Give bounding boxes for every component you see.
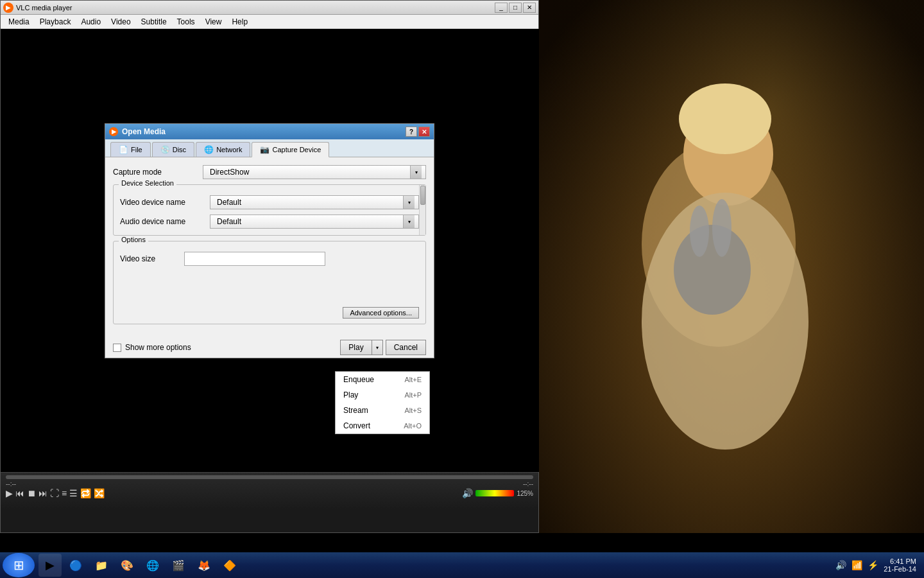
taskbar-media-player[interactable]: ▶ (38, 554, 62, 577)
audio-device-arrow[interactable]: ▾ (403, 215, 415, 228)
vlc-volume-icon[interactable]: 🔊 (462, 488, 473, 498)
dropdown-convert[interactable]: Convert Alt+O (336, 418, 429, 434)
tab-file-label: File (131, 146, 142, 153)
menu-playback[interactable]: Playback (35, 16, 76, 28)
dropdown-convert-label: Convert (343, 421, 370, 430)
disc-tab-icon: 💿 (160, 145, 170, 154)
play-dropdown-arrow[interactable]: ▾ (372, 340, 382, 355)
taskbar-chrome[interactable]: 🔵 (64, 554, 87, 577)
video-size-label: Video size (120, 254, 184, 263)
menu-media[interactable]: Media (3, 16, 35, 28)
scrollbar-thumb (420, 186, 425, 205)
cancel-btn[interactable]: Cancel (386, 340, 426, 355)
vlc-next-btn[interactable]: ⏭ (38, 488, 47, 498)
taskbar-firefox[interactable]: 🦊 (193, 554, 216, 577)
photo-background (539, 0, 924, 533)
options-content: Video size (114, 241, 425, 304)
dialog-action-buttons: Play ▾ Cancel (340, 340, 426, 355)
vlc-shuffle-btn[interactable]: 🔀 (94, 488, 105, 498)
vlc-menubar: Media Playback Audio Video Subtitle Tool… (1, 15, 538, 29)
capture-mode-label: Capture mode (113, 168, 203, 177)
show-more-options-label: Show more options (125, 343, 191, 352)
dropdown-enqueue-shortcut: Alt+E (404, 376, 422, 383)
dialog-window-controls: ? ✕ (406, 127, 430, 137)
vlc-volume-area: 🔊 125% (462, 488, 533, 498)
taskbar-folder-icon: 📁 (95, 559, 108, 572)
capture-mode-arrow[interactable]: ▾ (410, 166, 422, 179)
taskbar-network-icon[interactable]: 📶 (851, 560, 862, 570)
vlc-fullscreen-btn[interactable]: ⛶ (50, 488, 59, 498)
vlc-stop-btn[interactable]: ⏹ (27, 488, 36, 498)
video-size-input[interactable] (184, 252, 325, 266)
device-scrollbar[interactable] (419, 185, 425, 235)
vlc-prev-btn[interactable]: ⏮ (15, 488, 24, 498)
desktop: ▶ VLC media player _ □ ✕ Media Playback … (0, 0, 924, 578)
vlc-minimize-btn[interactable]: _ (495, 3, 508, 13)
taskbar-vlc-icon: ▶ (46, 558, 55, 572)
dialog-titlebar: ▶ Open Media ? ✕ (105, 124, 434, 139)
play-button-group: Play ▾ (340, 340, 382, 355)
dialog-vlc-icon: ▶ (109, 127, 118, 136)
menu-view[interactable]: View (200, 16, 227, 28)
audio-device-row: Audio device name Default ▾ (120, 215, 419, 229)
advanced-options-btn[interactable]: Advanced options... (343, 307, 419, 319)
device-selection-group: Device Selection Video device name Defau… (113, 184, 426, 236)
dropdown-enqueue[interactable]: Enqueue Alt+E (336, 372, 429, 387)
taskbar-paint[interactable]: 🎨 (116, 554, 139, 577)
vlc-title: VLC media player (16, 4, 495, 12)
taskbar-film[interactable]: 🎬 (167, 554, 190, 577)
video-size-row: Video size (120, 252, 419, 266)
vlc-seekbar[interactable] (6, 475, 533, 479)
taskbar-paint-icon: 🎨 (121, 559, 133, 572)
options-title: Options (119, 236, 148, 243)
vlc-time-elapsed: --:-- (6, 480, 16, 487)
capture-tab-icon: 📷 (260, 145, 270, 154)
menu-video[interactable]: Video (106, 16, 135, 28)
taskbar-clock[interactable]: 6:41 PM 21-Feb-14 (884, 557, 916, 573)
video-device-label: Video device name (120, 198, 210, 207)
taskbar-time: 6:41 PM (884, 557, 916, 565)
video-device-select[interactable]: Default ▾ (210, 195, 419, 209)
taskbar-vlc2-icon: 🔶 (223, 559, 236, 572)
dialog-close-btn[interactable]: ✕ (418, 127, 430, 137)
svg-point-8 (690, 206, 709, 257)
capture-mode-select[interactable]: DirectShow ▾ (203, 165, 426, 179)
taskbar-folder[interactable]: 📁 (90, 554, 113, 577)
dropdown-stream-label: Stream (343, 406, 368, 415)
dropdown-stream[interactable]: Stream Alt+S (336, 403, 429, 418)
video-device-arrow[interactable]: ▾ (403, 196, 415, 209)
tab-disc[interactable]: 💿 Disc (152, 142, 194, 157)
menu-subtitle[interactable]: Subtitle (136, 16, 172, 28)
dialog-help-btn[interactable]: ? (406, 127, 417, 137)
menu-help[interactable]: Help (227, 16, 253, 28)
tab-capture-device[interactable]: 📷 Capture Device (252, 142, 329, 157)
vlc-loop-btn[interactable]: 🔁 (80, 488, 91, 498)
menu-audio[interactable]: Audio (76, 16, 106, 28)
play-btn[interactable]: Play (341, 340, 372, 355)
show-more-options-row: Show more options (113, 343, 191, 352)
vlc-maximize-btn[interactable]: □ (509, 3, 522, 13)
dropdown-play-shortcut: Alt+P (404, 391, 422, 399)
dialog-main-content: Capture mode DirectShow ▾ Device Selecti… (105, 157, 434, 337)
vlc-titlebar: ▶ VLC media player _ □ ✕ (1, 1, 538, 15)
taskbar-volume-icon[interactable]: 🔊 (835, 560, 846, 570)
taskbar-globe[interactable]: 🌐 (141, 554, 164, 577)
dropdown-stream-shortcut: Alt+S (404, 407, 422, 414)
tab-network[interactable]: 🌐 Network (196, 142, 250, 157)
audio-device-select[interactable]: Default ▾ (210, 215, 419, 229)
dropdown-play[interactable]: Play Alt+P (336, 387, 429, 403)
menu-tools[interactable]: Tools (172, 16, 200, 28)
vlc-play-btn[interactable]: ▶ (6, 488, 13, 498)
tab-file[interactable]: 📄 File (110, 142, 151, 157)
vlc-ext-btn[interactable]: ≡ (62, 488, 67, 498)
vlc-close-btn[interactable]: ✕ (523, 3, 536, 13)
play-dropdown-menu: Enqueue Alt+E Play Alt+P Stream Alt+S Co… (335, 371, 430, 434)
taskbar-film-icon: 🎬 (172, 559, 185, 572)
start-button[interactable]: ⊞ (3, 553, 35, 577)
vlc-playlist-btn[interactable]: ☰ (69, 488, 78, 498)
taskbar-vlc2[interactable]: 🔶 (218, 554, 241, 577)
taskbar-globe-icon: 🌐 (146, 559, 159, 572)
show-more-options-checkbox[interactable] (113, 344, 121, 352)
open-media-dialog: ▶ Open Media ? ✕ 📄 File 💿 Disc 🌐 Network… (105, 123, 434, 358)
vlc-volume-bar[interactable] (475, 490, 514, 496)
